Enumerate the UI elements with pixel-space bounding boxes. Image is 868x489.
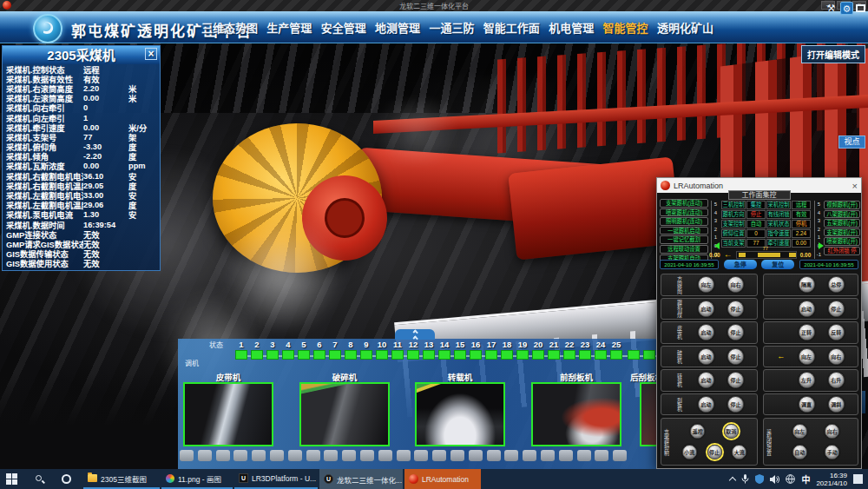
viewpoint-tab[interactable]: 视点: [838, 135, 865, 149]
filmstrip-thumb[interactable]: [595, 450, 608, 461]
support-status-cell[interactable]: 17: [483, 340, 499, 360]
ime-indicator[interactable]: 中: [801, 472, 810, 486]
filmstrip-thumb[interactable]: [469, 450, 483, 461]
filmstrip-thumb[interactable]: [198, 450, 212, 461]
mode-button[interactable]: 喷雾跟机(连动): [660, 208, 708, 217]
panel-close-icon[interactable]: ×: [145, 48, 157, 60]
control-button-selected[interactable]: 停止: [707, 445, 722, 459]
support-status-cell[interactable]: 13: [421, 340, 437, 360]
camera-thumbnail-front-scraper[interactable]: [531, 382, 621, 446]
control-button-selected[interactable]: 取消: [724, 424, 739, 439]
support-status-cell[interactable]: 24: [593, 340, 608, 360]
support-status-cell[interactable]: 14: [437, 340, 452, 360]
camera-thumbnail-crusher[interactable]: [299, 382, 390, 446]
support-status-cell[interactable]: 21: [546, 340, 562, 360]
control-button[interactable]: 手动: [825, 445, 839, 459]
control-button[interactable]: 启动: [698, 372, 714, 388]
mode-button[interactable]: 支架跟机(开): [824, 228, 860, 237]
lrautomation-close-icon[interactable]: ×: [852, 181, 858, 191]
filmstrip-thumb[interactable]: [378, 450, 392, 461]
control-button[interactable]: 停止: [727, 348, 744, 365]
menu-item[interactable]: 安全管理: [321, 19, 366, 36]
menu-item[interactable]: 机电管理: [549, 19, 594, 36]
support-status-cell[interactable]: 25: [608, 340, 624, 360]
support-status-cell[interactable]: 3: [265, 340, 280, 360]
control-button[interactable]: 调直: [799, 396, 815, 413]
mode-button[interactable]: 支架跟机(连动): [660, 199, 708, 208]
menu-item[interactable]: 透明化矿山: [657, 19, 713, 36]
support-status-cell[interactable]: 5: [296, 340, 312, 360]
control-button[interactable]: 向左: [792, 424, 807, 439]
menu-item[interactable]: 三维态势图: [201, 19, 258, 36]
menu-item[interactable]: 生产管理: [266, 19, 312, 36]
control-button[interactable]: 停止: [727, 396, 744, 413]
support-status-cell[interactable]: 7: [327, 340, 343, 360]
filmstrip-thumb[interactable]: [252, 450, 266, 461]
camera-thumbnail-belt[interactable]: [183, 382, 273, 446]
filmstrip-thumb[interactable]: [288, 450, 302, 461]
support-status-cell[interactable]: 23: [577, 340, 593, 360]
workface-control-tab[interactable]: 工作面集控: [728, 190, 791, 200]
support-status-cell[interactable]: 12: [405, 340, 421, 360]
reset-button[interactable]: 复位: [761, 260, 794, 269]
support-status-cell[interactable]: 22: [562, 340, 577, 360]
taskbar-item-paint[interactable]: 11.png - 画图: [161, 469, 233, 489]
support-status-cell[interactable]: 6: [312, 340, 327, 360]
mode-button[interactable]: 远程联动设置: [660, 245, 708, 254]
mode-button[interactable]: 五架跟机(开): [824, 219, 860, 228]
control-button[interactable]: 大流: [732, 445, 746, 459]
filmstrip-thumb[interactable]: [523, 450, 536, 461]
filmstrip-thumb[interactable]: [270, 450, 284, 461]
support-status-cell[interactable]: 19: [515, 340, 530, 360]
menu-item[interactable]: 智能管控: [603, 19, 648, 36]
support-status-cell[interactable]: 15: [452, 340, 468, 360]
microphone-icon[interactable]: [741, 474, 749, 484]
defender-shield-icon[interactable]: [755, 474, 764, 484]
control-button[interactable]: 停止: [727, 324, 744, 340]
filmstrip-thumb[interactable]: [487, 450, 501, 461]
control-button[interactable]: 停止: [727, 372, 744, 388]
fullscreen-icon[interactable]: [856, 4, 865, 12]
filmstrip-thumb[interactable]: [306, 450, 320, 461]
control-button[interactable]: 向右: [727, 276, 744, 293]
control-button[interactable]: 反转: [828, 324, 845, 340]
control-button[interactable]: 向左: [799, 348, 815, 365]
support-status-cell[interactable]: 4: [280, 340, 296, 360]
taskbar-item-lrautomation[interactable]: LRAutomation: [404, 469, 481, 489]
filmstrip-thumb[interactable]: [324, 450, 338, 461]
tools-icon[interactable]: ⚒: [825, 2, 838, 15]
control-button[interactable]: 自动: [792, 445, 807, 459]
control-button[interactable]: 启动: [799, 301, 815, 317]
filmstrip-thumb[interactable]: [577, 450, 591, 461]
support-status-cell[interactable]: 16: [468, 340, 483, 360]
control-button[interactable]: 正转: [799, 324, 815, 340]
search-button[interactable]: [31, 469, 49, 489]
menu-item[interactable]: 智能工作面: [483, 19, 540, 36]
filmstrip-thumb[interactable]: [559, 450, 573, 461]
control-button[interactable]: 启动: [698, 348, 714, 365]
filmstrip-thumb[interactable]: [450, 450, 464, 461]
filmstrip-thumb[interactable]: [233, 450, 247, 461]
mode-button[interactable]: 红外闭锁 停: [824, 247, 860, 255]
slider-track[interactable]: 77: [736, 251, 797, 259]
filmstrip-thumb[interactable]: [216, 450, 230, 461]
mode-button[interactable]: 喷雾跟机(开): [824, 237, 860, 246]
control-button[interactable]: 总停: [828, 276, 845, 293]
taskbar-item-lr3dplatform[interactable]: U LR3DPlatform - U...: [234, 469, 318, 489]
control-button[interactable]: 启动: [698, 301, 714, 317]
control-button[interactable]: 小流: [682, 445, 697, 459]
action-center-icon[interactable]: [853, 474, 863, 484]
gear-icon[interactable]: ⚙: [840, 2, 853, 15]
filmstrip-thumb[interactable]: [504, 450, 518, 461]
support-status-cell[interactable]: 8: [343, 340, 358, 360]
control-button[interactable]: 右升: [828, 372, 845, 388]
support-status-cell[interactable]: 18: [499, 340, 515, 360]
taskbar-item-screenshot-folder[interactable]: 2305三维截图: [83, 469, 160, 489]
filmstrip-thumb[interactable]: [414, 450, 428, 461]
camera-thumbnail-transfer[interactable]: [415, 382, 505, 446]
control-button[interactable]: 遥控: [690, 424, 705, 439]
control-button[interactable]: 停止: [727, 301, 744, 317]
cortana-button[interactable]: [57, 469, 76, 489]
filmstrip-thumb[interactable]: [360, 450, 374, 461]
hidden-icons-chevron-icon[interactable]: [729, 477, 736, 484]
